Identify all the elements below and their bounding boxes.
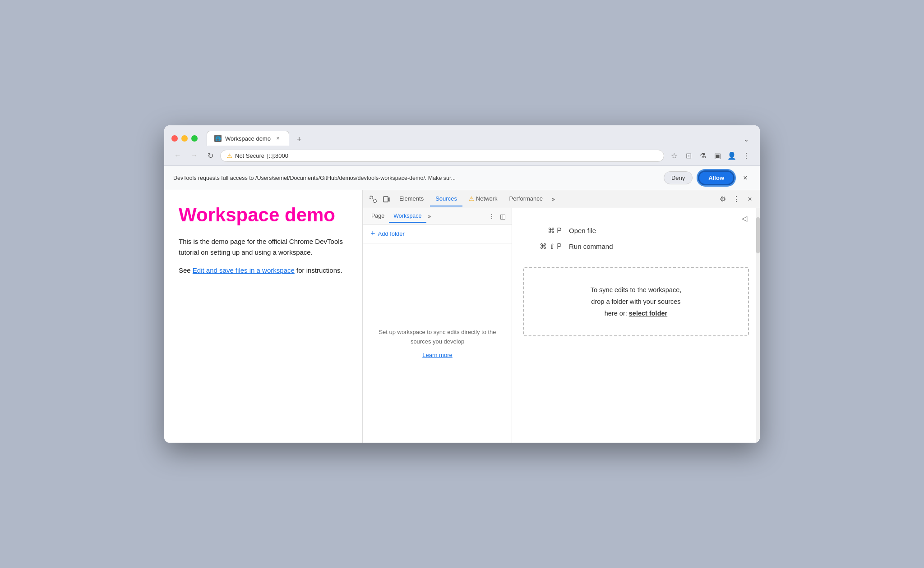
tab-favicon: 🌐 [214,135,222,142]
toolbar-icons: ☆ ⊡ ⚗ ▣ 👤 ⋮ [668,149,753,162]
subtab-panel-icon[interactable]: ◫ [497,211,508,222]
menu-button[interactable]: ⋮ [740,149,753,162]
security-warning-icon: ⚠ [227,152,232,159]
allow-button[interactable]: Allow [698,170,735,185]
devtools-topbar: Elements Sources ⚠ Network Performance »… [363,190,760,208]
permission-text: DevTools requests full access to /Users/… [173,175,658,181]
scrollbar-thumb[interactable] [756,217,760,253]
main-area: Workspace demo This is the demo page for… [164,190,760,443]
workspace-link[interactable]: Edit and save files in a workspace [193,266,295,274]
devtools-panel: Elements Sources ⚠ Network Performance »… [363,190,760,443]
experiment-button[interactable]: ⚗ [697,149,709,162]
add-folder-label: Add folder [378,230,405,237]
svg-rect-2 [383,197,388,202]
panel-collapse-button[interactable]: ◁ [738,212,751,224]
run-command-keys: ⌘ ⇧ P [530,242,562,251]
devtools-right-panel: ⌘ P Open file ⌘ ⇧ P Run command [512,208,760,443]
devtools-left-panel: Page Workspace » ⋮ ◫ + Add folder [363,208,512,443]
drop-zone[interactable]: To sync edits to the workspace, drop a f… [523,267,749,336]
workspace-empty-text: Set up workspace to sync edits directly … [374,328,501,347]
permission-banner: DevTools requests full access to /Users/… [164,166,760,190]
editor-shortcuts: ⌘ P Open file ⌘ ⇧ P Run command [512,208,760,260]
title-bar: 🌐 Workspace demo × + ⌄ [164,125,760,146]
profile-button[interactable]: 👤 [725,149,738,162]
browser-window: 🌐 Workspace demo × + ⌄ ← → ↻ ⚠ Not Secur… [164,125,760,443]
tab-title: Workspace demo [225,135,271,142]
active-tab[interactable]: 🌐 Workspace demo × [207,131,289,146]
svg-rect-0 [370,196,373,199]
devtools-more-menu-button[interactable]: ⋮ [730,193,743,206]
open-file-label: Open file [569,227,596,234]
devtools-body: Page Workspace » ⋮ ◫ + Add folder [363,208,760,443]
run-command-label: Run command [569,243,613,250]
forward-button[interactable]: → [188,149,200,162]
page-link-paragraph: See Edit and save files in a workspace f… [179,265,348,276]
webpage-content: Workspace demo This is the demo page for… [164,190,363,443]
maximize-traffic-light[interactable] [191,135,198,142]
workspace-empty-state: Set up workspace to sync edits directly … [363,243,512,443]
drop-zone-prefix: here or: [605,310,629,317]
paragraph2-prefix: See [179,266,193,274]
close-traffic-light[interactable] [171,135,178,142]
run-command-shortcut: ⌘ ⇧ P [540,242,562,251]
devtools-tab-elements[interactable]: Elements [394,192,429,206]
deny-button[interactable]: Deny [664,171,693,184]
devtools-subtabs: Page Workspace » ⋮ ◫ [363,208,512,224]
drop-zone-line2: drop a folder with your sources [535,296,737,307]
address-input[interactable]: ⚠ Not Secure [::]:8000 [220,150,664,162]
address-bar: ← → ↻ ⚠ Not Secure [::]:8000 ☆ ⊡ ⚗ ▣ 👤 ⋮ [164,146,760,166]
back-button[interactable]: ← [171,149,184,162]
tab-dropdown-button[interactable]: ⌄ [740,133,753,146]
devtools-tab-performance[interactable]: Performance [504,192,548,206]
page-heading: Workspace demo [179,205,348,225]
tab-close-button[interactable]: × [274,135,282,142]
subtab-more-button[interactable]: » [426,211,433,221]
sidebar-button[interactable]: ▣ [711,149,724,162]
bookmark-button[interactable]: ☆ [668,149,680,162]
minimize-traffic-light[interactable] [181,135,188,142]
devtools-settings-button[interactable]: ⚙ [716,193,729,206]
devtools-subtab-page[interactable]: Page [367,210,389,223]
open-file-shortcut: ⌘ P [548,226,562,235]
reload-button[interactable]: ↻ [204,149,217,162]
add-folder-icon: + [370,229,375,238]
paragraph2-suffix: for instructions. [295,266,342,274]
traffic-lights [171,135,198,142]
shortcut-row-run-command: ⌘ ⇧ P Run command [530,242,742,251]
shortcut-row-open-file: ⌘ P Open file [530,226,742,235]
new-tab-button[interactable]: + [293,133,305,146]
select-folder-link[interactable]: select folder [629,310,667,317]
scrollbar[interactable] [756,208,760,443]
extensions-button[interactable]: ⊡ [682,149,695,162]
devtools-tab-network[interactable]: ⚠ Network [463,192,503,206]
learn-more-link[interactable]: Learn more [422,352,452,358]
url-text: [::]:8000 [267,152,288,159]
page-description: This is the demo page for the official C… [179,236,348,258]
devtools-subtab-workspace[interactable]: Workspace [389,210,426,223]
network-warning-icon: ⚠ [469,195,474,202]
inspect-element-button[interactable] [367,193,379,206]
svg-rect-3 [388,198,390,201]
devtools-close-button[interactable]: × [744,193,756,206]
svg-rect-1 [374,200,376,202]
open-file-keys: ⌘ P [530,226,562,235]
drop-zone-line3: here or: select folder [535,307,737,319]
banner-close-button[interactable]: × [740,173,751,183]
more-tabs-button[interactable]: » [549,194,558,204]
add-folder-row[interactable]: + Add folder [363,224,512,243]
devtools-tab-sources[interactable]: Sources [430,192,462,206]
drop-zone-line1: To sync edits to the workspace, [535,284,737,296]
device-toggle-button[interactable] [380,193,393,206]
not-secure-label: Not Secure [235,152,264,159]
subtab-menu-button[interactable]: ⋮ [486,211,497,222]
tab-bar: 🌐 Workspace demo × + ⌄ [207,131,753,146]
